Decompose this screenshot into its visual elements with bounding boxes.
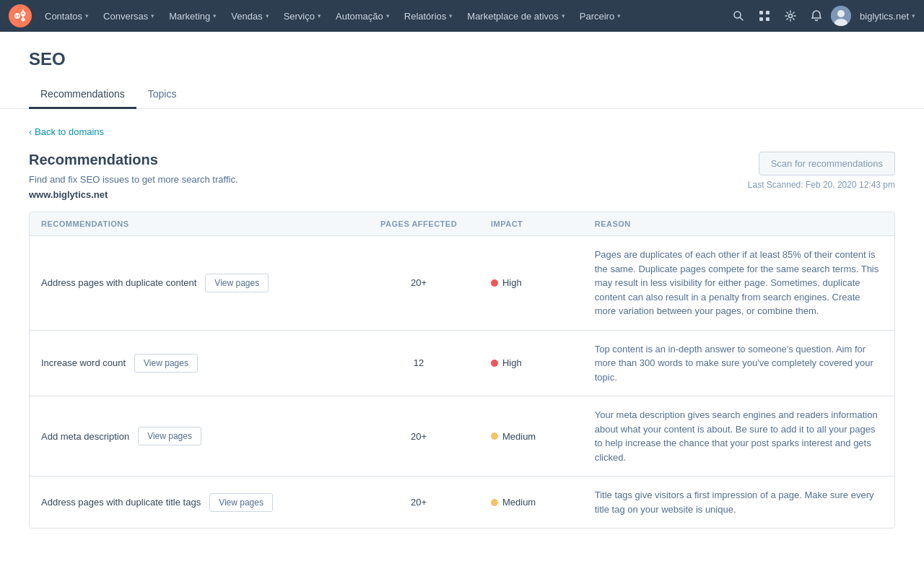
pages-count-cell: 20+	[358, 477, 479, 529]
recommendations-table-wrapper: Recommendations Pages Affected Impact Re…	[29, 212, 895, 529]
col-header-reason: Reason	[583, 212, 894, 236]
chevron-down-icon: ▾	[266, 12, 269, 19]
nav-item-marketplace[interactable]: Marketplace de ativos ▾	[460, 0, 572, 32]
svg-point-9	[789, 14, 793, 18]
pages-count-cell: 20+	[358, 236, 479, 331]
view-pages-button[interactable]: View pages	[134, 354, 198, 373]
reason-text: Title tags give visitors a first impress…	[595, 490, 874, 515]
avatar[interactable]	[831, 6, 851, 26]
reason-cell: Title tags give visitors a first impress…	[583, 477, 894, 529]
nav-item-contatos[interactable]: Contatos ▾	[38, 0, 96, 32]
table-row: Add meta description View pages 20+ Medi…	[30, 396, 894, 477]
reason-text: Your meta description gives search engin…	[595, 409, 878, 463]
pages-count: 20+	[411, 497, 427, 508]
main-content: ‹ Back to domains Recommendations Find a…	[0, 109, 924, 546]
view-pages-button[interactable]: View pages	[209, 493, 273, 512]
reason-cell: Your meta description gives search engin…	[583, 396, 894, 477]
nav-item-parceiro[interactable]: Parceiro ▾	[572, 0, 628, 32]
top-navigation: Contatos ▾ Conversas ▾ Marketing ▾ Venda…	[0, 0, 924, 32]
pages-count-cell: 20+	[358, 396, 479, 477]
tab-topics[interactable]: Topics	[136, 81, 188, 109]
pages-count: 20+	[411, 277, 427, 288]
svg-point-11	[837, 10, 845, 17]
nav-item-servico[interactable]: Serviço ▾	[276, 0, 328, 32]
nav-item-vendas[interactable]: Vendas ▾	[224, 0, 276, 32]
nav-item-conversas[interactable]: Conversas ▾	[96, 0, 162, 32]
impact-label: Medium	[502, 431, 536, 442]
impact-cell: Medium	[479, 396, 583, 477]
impact-label: Medium	[502, 497, 536, 508]
chevron-down-icon: ▾	[318, 12, 321, 19]
domain-display: www.biglytics.net	[29, 189, 238, 200]
reason-text: Top content is an in-depth answer to som…	[595, 344, 873, 383]
svg-rect-8	[766, 17, 770, 21]
back-to-domains-link[interactable]: ‹ Back to domains	[29, 126, 895, 137]
chevron-down-icon: ▾	[562, 12, 565, 19]
notifications-icon[interactable]	[805, 4, 828, 27]
page-wrapper: SEO Recommendations Topics ‹ Back to dom…	[0, 32, 924, 587]
table-header: Recommendations Pages Affected Impact Re…	[30, 212, 894, 236]
impact-cell: Medium	[479, 477, 583, 529]
chevron-down-icon: ▾	[617, 12, 621, 19]
rec-label: Address pages with duplicate content	[41, 277, 196, 288]
svg-point-0	[9, 4, 32, 27]
reason-cell: Top content is an in-depth answer to som…	[583, 330, 894, 396]
scan-recommendations-button[interactable]: Scan for recommendations	[759, 152, 895, 175]
rec-label: Increase word count	[41, 357, 126, 368]
chevron-down-icon: ▾	[85, 12, 89, 19]
rec-cell: Address pages with duplicate title tags …	[30, 477, 358, 529]
chevron-down-icon: ▾	[386, 12, 390, 19]
table-row: Address pages with duplicate content Vie…	[30, 236, 894, 331]
tab-recommendations[interactable]: Recommendations	[29, 81, 136, 109]
impact-cell: High	[479, 330, 583, 396]
chevron-down-icon: ▾	[151, 12, 154, 19]
tab-bar: Recommendations Topics	[29, 81, 895, 108]
last-scanned-text: Last Scanned: Feb 20, 2020 12:43 pm	[748, 180, 895, 190]
recommendations-table: Recommendations Pages Affected Impact Re…	[30, 212, 894, 528]
content-header: Recommendations Find and fix SEO issues …	[29, 152, 895, 200]
recommendations-subtitle: Find and fix SEO issues to get more sear…	[29, 174, 238, 185]
view-pages-button[interactable]: View pages	[138, 427, 201, 445]
table-row: Address pages with duplicate title tags …	[30, 477, 894, 529]
table-body: Address pages with duplicate content Vie…	[30, 236, 894, 529]
settings-icon[interactable]	[779, 4, 802, 27]
rec-cell: Address pages with duplicate content Vie…	[30, 236, 358, 331]
rec-label: Address pages with duplicate title tags	[41, 497, 201, 508]
col-header-pages: Pages Affected	[358, 212, 479, 236]
apps-icon[interactable]	[753, 4, 776, 27]
svg-point-1	[22, 18, 25, 22]
nav-domain[interactable]: biglytics.net	[854, 11, 909, 22]
table-row: Increase word count View pages 12 High T…	[30, 330, 894, 396]
nav-item-automacao[interactable]: Automação ▾	[328, 0, 397, 32]
svg-line-4	[740, 17, 743, 20]
hubspot-logo[interactable]	[9, 4, 32, 27]
domain-chevron-icon: ▾	[912, 12, 915, 19]
svg-rect-6	[766, 11, 770, 14]
nav-item-marketing[interactable]: Marketing ▾	[162, 0, 224, 32]
chevron-down-icon: ▾	[449, 12, 453, 19]
impact-label: High	[502, 357, 522, 368]
recommendations-heading: Recommendations	[29, 152, 238, 168]
search-icon[interactable]	[727, 4, 750, 27]
view-pages-button[interactable]: View pages	[205, 274, 269, 292]
pages-count: 12	[414, 357, 424, 368]
chevron-left-icon: ‹	[29, 127, 32, 137]
pages-count-cell: 12	[358, 330, 479, 396]
impact-cell: High	[479, 236, 583, 331]
impact-dot-icon	[491, 360, 498, 367]
scan-area: Scan for recommendations Last Scanned: F…	[748, 152, 895, 190]
nav-menu: Contatos ▾ Conversas ▾ Marketing ▾ Venda…	[38, 0, 727, 32]
page-title: SEO	[29, 49, 895, 69]
impact-dot-icon	[491, 499, 498, 506]
nav-item-relatorios[interactable]: Relatórios ▾	[397, 0, 461, 32]
rec-label: Add meta description	[41, 431, 129, 442]
rec-cell: Increase word count View pages	[30, 330, 358, 396]
header-left: Recommendations Find and fix SEO issues …	[29, 152, 238, 200]
rec-cell: Add meta description View pages	[30, 396, 358, 477]
impact-label: High	[502, 277, 522, 288]
impact-dot-icon	[491, 279, 498, 287]
svg-rect-7	[759, 17, 763, 21]
pages-count: 20+	[411, 431, 427, 442]
reason-cell: Pages are duplicates of each other if at…	[583, 236, 894, 331]
impact-dot-icon	[491, 432, 498, 440]
